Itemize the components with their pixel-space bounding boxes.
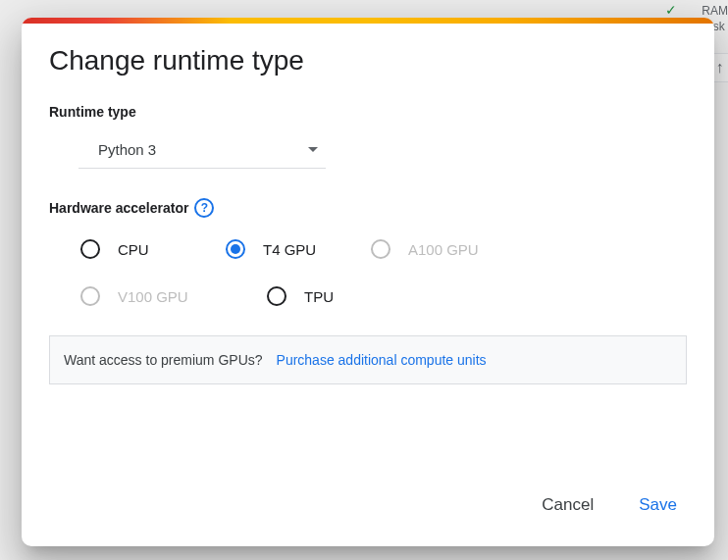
premium-promo-box: Want access to premium GPUs? Purchase ad… — [49, 335, 687, 384]
accelerator-option-t4[interactable]: T4 GPU — [226, 239, 353, 259]
accelerator-option-cpu[interactable]: CPU — [80, 239, 208, 259]
accelerator-option-label: V100 GPU — [118, 288, 188, 305]
runtime-settings-dialog: Change runtime type Runtime type Python … — [22, 18, 714, 546]
save-button[interactable]: Save — [631, 489, 685, 521]
premium-promo-text: Want access to premium GPUs? — [64, 352, 263, 368]
cancel-button[interactable]: Cancel — [534, 489, 601, 521]
runtime-type-select[interactable]: Python 3 — [78, 131, 326, 169]
chevron-down-icon — [308, 147, 318, 152]
accelerator-option-label: CPU — [118, 241, 149, 258]
accelerator-option-label: A100 GPU — [408, 241, 479, 258]
accelerator-label-text: Hardware accelerator — [49, 200, 188, 216]
help-icon[interactable]: ? — [194, 198, 214, 218]
radio-icon — [80, 286, 100, 306]
dialog-actions: Cancel Save — [22, 470, 714, 546]
accelerator-option-label: TPU — [304, 288, 334, 305]
runtime-type-selected-value: Python 3 — [98, 141, 156, 158]
accelerator-label: Hardware accelerator ? — [49, 198, 687, 218]
connected-check-icon: ✓ — [665, 2, 677, 18]
runtime-type-label: Runtime type — [49, 104, 687, 120]
accelerator-option-label: T4 GPU — [263, 241, 316, 258]
dialog-title: Change runtime type — [49, 45, 687, 76]
accelerator-option-a100: A100 GPU — [371, 239, 540, 259]
accelerator-radio-group: CPU T4 GPU A100 GPU V100 GPU TPU — [80, 239, 630, 306]
accelerator-option-tpu[interactable]: TPU — [267, 286, 394, 306]
accelerator-option-v100: V100 GPU — [80, 286, 249, 306]
radio-icon — [226, 239, 245, 259]
radio-icon — [267, 286, 286, 306]
purchase-units-link[interactable]: Purchase additional compute units — [277, 352, 487, 368]
radio-icon — [371, 239, 390, 259]
radio-icon — [80, 239, 100, 259]
